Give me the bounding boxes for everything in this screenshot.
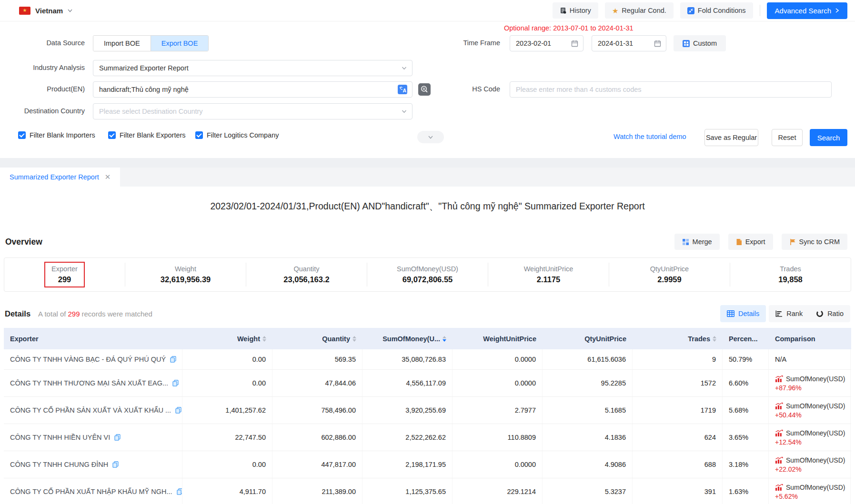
regular-cond-button[interactable]: ★ Regular Cond. xyxy=(605,2,674,19)
cell-exporter[interactable]: CÔNG TY TNHH CHUNG ĐỈNH xyxy=(4,451,182,478)
column-header-exporter[interactable]: Exporter xyxy=(4,328,182,349)
collapse-conditions-button[interactable] xyxy=(417,131,444,143)
copy-icon[interactable] xyxy=(175,407,181,414)
sort-desc-icon[interactable] xyxy=(443,339,446,342)
copy-icon[interactable] xyxy=(172,380,179,386)
filter-blank-exporters-checkbox[interactable]: Filter Blank Exporters xyxy=(108,131,186,139)
custom-icon xyxy=(683,40,690,47)
sort-desc-icon[interactable] xyxy=(352,339,356,342)
exporter-name[interactable]: CÔNG TY TNHH THƯƠNG MẠI SẢN XUẤT EAG... xyxy=(10,379,168,387)
cell-weight: 4,911.70 xyxy=(182,478,272,504)
merge-button[interactable]: Merge xyxy=(674,234,720,250)
table-row[interactable]: CÔNG TY CỔ PHẦN SẢN XUẤT VÀ XUẤT KHẨU ..… xyxy=(4,397,851,424)
cell-weight_unit_price: 0.0000 xyxy=(453,370,543,396)
column-header-trades[interactable]: Trades xyxy=(633,328,723,349)
total-count: 299 xyxy=(68,310,80,318)
country-selector[interactable]: Vietnam xyxy=(35,7,63,15)
exporter-name[interactable]: CÔNG TY CỔ PHẦN SẢN XUẤT VÀ XUẤT KHẨU ..… xyxy=(10,406,171,414)
view-rank-button[interactable]: Rank xyxy=(769,305,809,322)
export-button[interactable]: Export xyxy=(728,234,773,250)
column-header-weight[interactable]: Weight xyxy=(182,328,272,349)
comparison-metric: SumOfMoney(USD) xyxy=(775,456,845,464)
sort-carets[interactable] xyxy=(352,336,356,342)
filter-logitics-company-checkbox[interactable]: Filter Logitics Company xyxy=(195,131,279,139)
search-button[interactable]: Search xyxy=(810,129,847,146)
history-button[interactable]: History xyxy=(553,2,598,19)
tab-summarized-exporter-report[interactable]: Summarized Exporter Report ✕ xyxy=(0,168,120,187)
cell-sum_of_money: 1,125,375.65 xyxy=(362,478,453,504)
fold-conditions-button[interactable]: Fold Conditions xyxy=(680,2,753,19)
cell-exporter[interactable]: CÔNG TY TNHH VÀNG BẠC - ĐÁ QUÝ PHÚ QUÝ xyxy=(4,349,182,369)
table-row[interactable]: CÔNG TY TNHH THƯƠNG MẠI SẢN XUẤT EAG...0… xyxy=(4,370,851,397)
table-row[interactable]: CÔNG TY TNHH HIỀN UYÊN VI22,747.50602,88… xyxy=(4,424,851,451)
table-row[interactable]: CÔNG TY CỔ PHẦN XUẤT NHẬP KHẨU MỸ NGH...… xyxy=(4,478,851,504)
custom-range-button[interactable]: Custom xyxy=(674,35,726,51)
column-header-qty_unit_price[interactable]: QtyUnitPrice xyxy=(543,328,633,349)
copy-icon[interactable] xyxy=(114,434,121,441)
column-header-comparison[interactable]: Comparison xyxy=(769,328,851,349)
cell-sum_of_money: 35,080,726.83 xyxy=(362,349,453,369)
exporter-name[interactable]: CÔNG TY TNHH CHUNG ĐỈNH xyxy=(10,461,108,468)
cell-exporter[interactable]: CÔNG TY CỔ PHẦN SẢN XUẤT VÀ XUẤT KHẨU ..… xyxy=(4,397,182,424)
stat-trades: Trades19,858 xyxy=(730,263,851,287)
stat-value: 19,858 xyxy=(778,275,802,284)
cell-comparison: SumOfMoney(USD)+87.96% xyxy=(769,370,851,396)
copy-icon[interactable] xyxy=(170,356,176,363)
trend-chart-icon xyxy=(775,484,783,491)
sort-desc-icon[interactable] xyxy=(713,339,716,342)
cell-exporter[interactable]: CÔNG TY CỔ PHẦN XUẤT NHẬP KHẨU MỸ NGH... xyxy=(4,478,182,504)
sort-asc-icon[interactable] xyxy=(352,336,356,338)
hs-code-input[interactable]: Please enter more than 4 customs codes xyxy=(510,81,832,98)
export-boe-tab[interactable]: Export BOE xyxy=(151,36,209,51)
sort-carets[interactable] xyxy=(443,336,446,342)
sort-carets[interactable] xyxy=(262,336,266,342)
date-to-input[interactable]: 2024-01-31 xyxy=(592,35,666,51)
cell-exporter[interactable]: CÔNG TY TNHH HIỀN UYÊN VI xyxy=(4,424,182,451)
view-details-button[interactable]: Details xyxy=(720,305,766,322)
view-ratio-button[interactable]: Ratio xyxy=(809,305,850,322)
stat-label: Weight xyxy=(161,265,211,273)
comparison-change: +50.44% xyxy=(775,411,845,419)
sort-carets[interactable] xyxy=(713,336,716,342)
stat-inner: Weight32,619,956.39 xyxy=(154,263,217,287)
exporter-name[interactable]: CÔNG TY TNHH VÀNG BẠC - ĐÁ QUÝ PHÚ QUÝ xyxy=(10,356,166,363)
cell-weight: 1,401,257.62 xyxy=(182,397,272,424)
sort-asc-icon[interactable] xyxy=(713,336,716,338)
date-from-input[interactable]: 2023-02-01 xyxy=(510,35,583,51)
column-label: Comparison xyxy=(775,335,815,343)
column-header-percent[interactable]: Percen... xyxy=(723,328,769,349)
exporter-name[interactable]: CÔNG TY TNHH HIỀN UYÊN VI xyxy=(10,434,110,441)
copy-icon[interactable] xyxy=(177,488,182,495)
translate-icon[interactable]: A xyxy=(398,85,407,94)
section-divider xyxy=(0,158,855,168)
exporter-name[interactable]: CÔNG TY CỔ PHẦN XUẤT NHẬP KHẨU MỸ NGH... xyxy=(10,488,172,495)
product-en-input[interactable]: handicraft;Thủ công mỹ nghệ A xyxy=(93,81,412,98)
stat-weight: Weight32,619,956.39 xyxy=(125,263,246,287)
column-header-quantity[interactable]: Quantity xyxy=(272,328,362,349)
import-boe-tab[interactable]: Import BOE xyxy=(93,36,151,51)
advanced-search-button[interactable]: Advanced Search xyxy=(767,2,847,19)
column-header-weight_unit_price[interactable]: WeightUnitPrice xyxy=(453,328,543,349)
table-row[interactable]: CÔNG TY TNHH VÀNG BẠC - ĐÁ QUÝ PHÚ QUÝ0.… xyxy=(4,349,851,370)
table-row[interactable]: CÔNG TY TNHH CHUNG ĐỈNH0.00447,817.002,1… xyxy=(4,451,851,478)
calendar-icon[interactable] xyxy=(654,40,661,47)
sort-asc-icon[interactable] xyxy=(443,336,446,338)
copy-icon[interactable] xyxy=(112,461,119,468)
tutorial-demo-link[interactable]: Watch the tutorial demo xyxy=(614,133,686,140)
save-as-regular-button[interactable]: Save as Regular xyxy=(704,129,758,146)
calendar-icon[interactable] xyxy=(571,40,578,47)
sync-to-crm-button[interactable]: Sync to CRM xyxy=(782,234,847,250)
close-icon[interactable]: ✕ xyxy=(105,173,111,181)
custom-label: Custom xyxy=(693,40,717,47)
column-header-sum_of_money[interactable]: SumOfMoney(U... xyxy=(362,328,453,349)
industry-analysis-select[interactable]: Summarized Exporter Report xyxy=(93,60,412,76)
reset-button[interactable]: Reset xyxy=(772,129,803,146)
chevron-down-icon xyxy=(427,134,434,140)
chevron-down-icon[interactable] xyxy=(67,8,73,13)
filter-blank-importers-checkbox[interactable]: Filter Blank Importers xyxy=(18,131,95,139)
destination-country-select[interactable]: Please select Destination Country xyxy=(93,103,412,119)
sort-desc-icon[interactable] xyxy=(262,339,266,342)
cell-exporter[interactable]: CÔNG TY TNHH THƯƠNG MẠI SẢN XUẤT EAG... xyxy=(4,370,182,396)
stat-inner: Quantity23,056,163.2 xyxy=(277,263,335,287)
sort-asc-icon[interactable] xyxy=(262,336,266,338)
